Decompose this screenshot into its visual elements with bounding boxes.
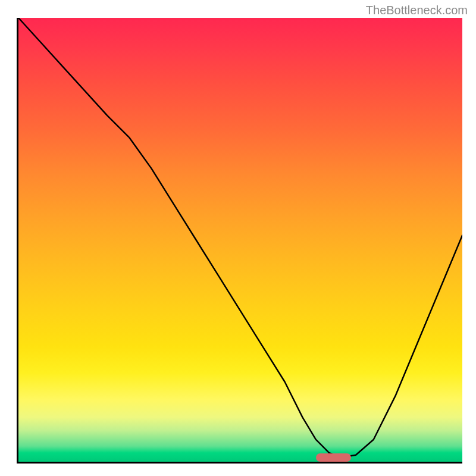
watermark-text: TheBottleneck.com (366, 4, 468, 17)
optimal-marker (316, 453, 352, 462)
plot-area (17, 18, 462, 464)
curve-svg (18, 18, 462, 462)
chart-container: TheBottleneck.com (0, 0, 476, 476)
bottleneck-curve (18, 18, 462, 458)
